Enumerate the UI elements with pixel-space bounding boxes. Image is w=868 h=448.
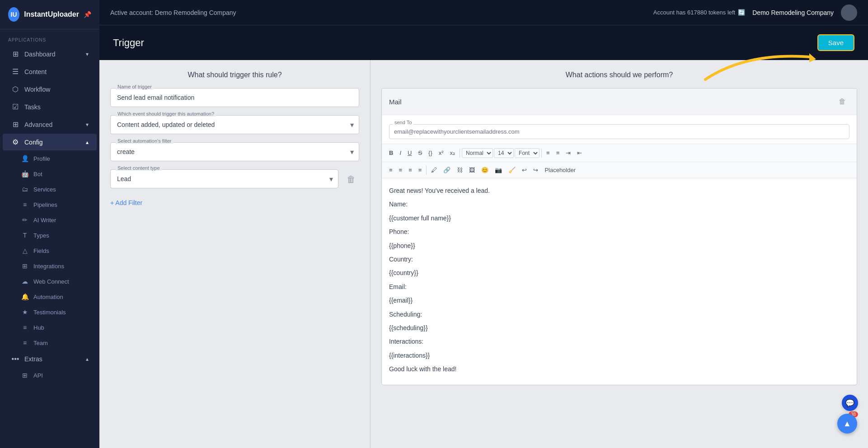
event-group: Which event should trigger this automati… <box>110 115 359 134</box>
sidebar-sub-label: Testimonials <box>33 309 66 316</box>
editor-line-9: Country: <box>389 254 849 264</box>
sidebar-sub-label: Fields <box>33 247 49 254</box>
sidebar-item-team[interactable]: ≡ Team <box>3 336 97 350</box>
sidebar-sub-label: Profile <box>33 155 50 162</box>
sidebar-item-ai-writer[interactable]: ✏ AI Writer <box>3 213 97 227</box>
main-area: Active account: Demo Remodeling Company … <box>99 0 868 448</box>
event-select-wrap: Content added, updated or deleted ▾ <box>110 115 359 134</box>
sidebar-sub-label: Web Connect <box>33 278 69 285</box>
sidebar-item-tasks[interactable]: ☑ Tasks <box>3 98 97 115</box>
sidebar-item-web-connect[interactable]: ☁ Web Connect <box>3 274 97 289</box>
align-justify-button[interactable]: ≡ <box>416 165 425 175</box>
outdent-button[interactable]: ⇤ <box>574 148 585 158</box>
editor-content[interactable]: Great news! You've received a lead. Name… <box>382 178 857 385</box>
chat-widget[interactable]: 💬 <box>842 395 858 411</box>
editor-line-12: Email: <box>389 282 849 292</box>
ordered-list-button[interactable]: ≡ <box>544 148 553 158</box>
sidebar-item-config[interactable]: ⚙ Config ▴ <box>3 134 97 150</box>
pane-container: What should trigger this rule? Name of t… <box>99 60 868 448</box>
emoji-button[interactable]: 😊 <box>479 165 491 175</box>
right-pane-title: What actions should we perform? <box>381 71 857 79</box>
notification-badge[interactable]: ▲ <box>837 414 857 434</box>
sidebar-item-pipelines[interactable]: ≡ Pipelines <box>3 197 97 212</box>
indent-button[interactable]: ⇥ <box>563 148 573 158</box>
sidebar-item-profile[interactable]: 👤 Profile <box>3 151 97 166</box>
integrations-icon: ⊞ <box>21 262 29 270</box>
sidebar-item-dashboard[interactable]: ⊞ Dashboard ▾ <box>3 46 97 62</box>
types-icon: T <box>21 232 29 239</box>
delete-content-type-button[interactable]: 🗑 <box>343 171 359 188</box>
sidebar-item-content[interactable]: ☰ Content <box>3 63 97 80</box>
profile-icon: 👤 <box>21 155 29 162</box>
sidebar-item-hub[interactable]: ≡ Hub <box>3 320 97 335</box>
content-icon: ☰ <box>11 67 20 76</box>
refresh-icon[interactable]: 🔄 <box>738 9 745 16</box>
avatar[interactable] <box>841 5 857 21</box>
link-button[interactable]: 🔗 <box>441 165 453 175</box>
video-button[interactable]: 📷 <box>492 165 505 175</box>
sidebar-sub-label: AI Writer <box>33 217 56 224</box>
font-size-select[interactable]: 14 <box>494 148 514 158</box>
mail-card-header: Mail 🗑 <box>382 89 857 115</box>
right-pane: What actions should we perform? Mail 🗑 s… <box>371 60 868 448</box>
sidebar-sub-label: Team <box>33 340 48 346</box>
code-button[interactable]: {} <box>426 148 435 158</box>
content-type-select[interactable]: Lead <box>110 169 338 188</box>
app-logo-icon: IU <box>8 7 19 22</box>
sidebar-item-automation[interactable]: 🔔 Automation <box>3 289 97 304</box>
undo-button[interactable]: ↩ <box>519 165 530 175</box>
event-select[interactable]: Content added, updated or deleted <box>110 115 359 134</box>
sidebar-sub-label: Services <box>33 186 56 193</box>
sidebar-item-advanced[interactable]: ⊞ Advanced ▾ <box>3 116 97 133</box>
strikethrough-button[interactable]: S <box>415 148 425 158</box>
sidebar-sub-label: Bot <box>33 171 42 177</box>
unordered-list-button[interactable]: ≡ <box>554 148 563 158</box>
align-left-button[interactable]: ≡ <box>386 165 395 175</box>
send-to-input[interactable] <box>389 124 849 139</box>
editor-line-21: Good luck with the lead! <box>389 364 849 374</box>
sidebar-sub-label: Types <box>33 232 49 239</box>
editor-line-10: {{country}} <box>389 268 849 278</box>
sidebar-item-types[interactable]: T Types <box>3 228 97 243</box>
filter-select[interactable]: create <box>110 142 359 161</box>
sidebar-item-testimonials[interactable]: ★ Testimonials <box>3 305 97 319</box>
trigger-name-input[interactable] <box>110 88 359 107</box>
underline-button[interactable]: U <box>405 148 414 158</box>
italic-button[interactable]: I <box>397 148 404 158</box>
sidebar-item-label: Content <box>24 68 47 75</box>
align-right-button[interactable]: ≡ <box>406 165 415 175</box>
sidebar-item-api[interactable]: ⊞ API <box>3 368 97 383</box>
highlight-button[interactable]: 🖊 <box>428 165 440 175</box>
web-connect-icon: ☁ <box>21 278 29 285</box>
superscript-button[interactable]: x² <box>436 148 446 158</box>
sidebar-item-fields[interactable]: △ Fields <box>3 243 97 258</box>
image-button[interactable]: 🖼 <box>466 165 478 175</box>
sidebar-item-extras[interactable]: ••• Extras ▴ <box>3 351 97 367</box>
bold-button[interactable]: B <box>386 148 396 158</box>
sidebar-item-workflow[interactable]: ⬡ Workflow <box>3 81 97 98</box>
align-center-button[interactable]: ≡ <box>396 165 405 175</box>
save-button[interactable]: Save <box>817 34 854 51</box>
add-filter-button[interactable]: + Add Filter <box>110 196 142 209</box>
style-select[interactable]: Normal <box>462 148 493 158</box>
subscript-button[interactable]: x₂ <box>447 148 458 158</box>
pin-icon[interactable]: 📌 <box>84 11 91 18</box>
sidebar-item-bot[interactable]: 🤖 Bot <box>3 167 97 181</box>
trigger-name-label: Name of trigger <box>116 84 154 89</box>
sidebar-logo[interactable]: IU InstantUploader 📌 <box>0 0 99 29</box>
redo-button[interactable]: ↪ <box>530 165 541 175</box>
delete-mail-button[interactable]: 🗑 <box>835 94 849 109</box>
send-to-wrap: send To <box>382 115 857 144</box>
sidebar-item-integrations[interactable]: ⊞ Integrations <box>3 259 97 273</box>
advanced-icon: ⊞ <box>11 120 20 129</box>
tasks-icon: ☑ <box>11 103 20 111</box>
sidebar-item-services[interactable]: 🗂 Services <box>3 182 97 196</box>
filter-group: Select automation's filter create ▾ <box>110 142 359 161</box>
font-select[interactable]: Font <box>515 148 540 158</box>
eraser-button[interactable]: 🧹 <box>506 165 518 175</box>
editor-line-4: {{customer full name}} <box>389 213 849 223</box>
editor-line-13: {{email}} <box>389 295 849 305</box>
editor-toolbar-row1: B I U S {} x² x₂ Normal 14 <box>382 144 857 162</box>
placeholder-button[interactable]: Placeholder <box>542 165 578 175</box>
unlink-button[interactable]: ⛓ <box>454 165 465 175</box>
